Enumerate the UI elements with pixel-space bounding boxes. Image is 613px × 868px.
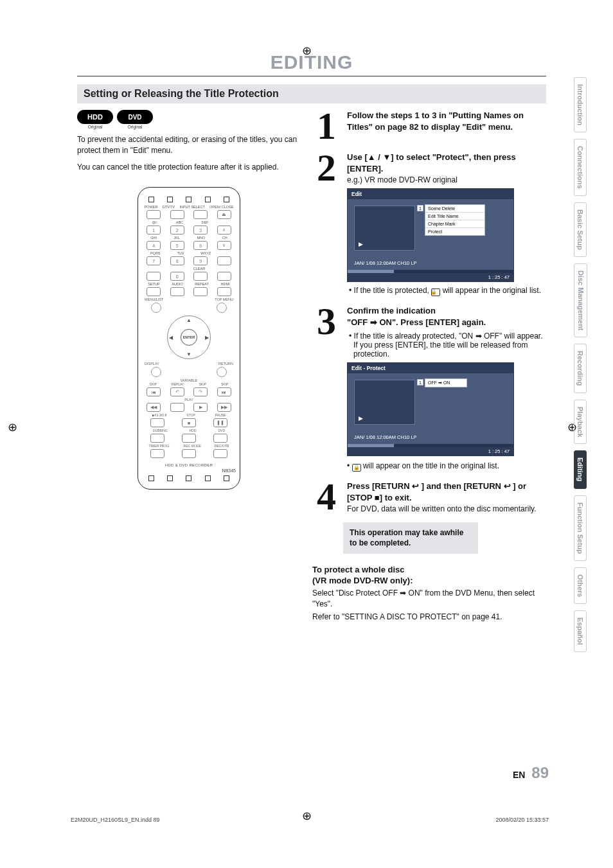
osd-elapsed-time: 1 : 25 : 47 [488, 274, 510, 280]
osd-progress-bar [348, 270, 513, 273]
remote-dvd-lbl: DVD [218, 429, 225, 432]
osd-preview-thumbnail: ▶ [354, 206, 415, 251]
page-number-value: 89 [531, 764, 549, 781]
tab-espanol[interactable]: Español [574, 610, 587, 652]
remote-label-dtvtv: DTV/TV [163, 205, 175, 209]
intro-paragraph-2: You can cancel the title protection feat… [77, 162, 301, 173]
remote-left-arrow-icon: ◀ [169, 335, 173, 341]
remote-hdmi: HDMI [221, 282, 230, 286]
tab-others[interactable]: Others [574, 567, 587, 604]
remote-pause-label: PAUSE [215, 413, 226, 417]
dvd-badge: DVD [117, 110, 153, 124]
step3-bullet2: • 🔒 will appear on the title in the orig… [347, 461, 546, 472]
osd-edit-screen: Edit ▶ 1 Scene Delete Edit Title Name Ch… [347, 188, 514, 282]
step-number-3: 3 [312, 305, 341, 472]
whole-disc-p2: Refer to "SETTING A DISC TO PROTECT" on … [312, 612, 546, 623]
protect-lock-icon-2: 🔒 [352, 464, 361, 472]
remote-ghi-2: JKL [174, 236, 180, 240]
remote-replay: REPLAY [172, 382, 184, 386]
remote-recmode: REC MODE [184, 444, 201, 448]
remote-play-label: PLAY [142, 398, 236, 402]
remote-ghi-3: MNO [197, 236, 205, 240]
remote-ghi-1: GHI [150, 236, 157, 240]
tab-disc-management[interactable]: Disc Management [574, 263, 587, 338]
remote-skip-l: SKIP [150, 382, 157, 386]
step2-sub: e.g.) VR mode DVD-RW original [347, 175, 546, 184]
remote-down-arrow-icon: ▼ [186, 351, 191, 357]
hdd-badge-sublabel: Original [77, 125, 113, 129]
remote-dubbing: DUBBING [153, 429, 168, 432]
remote-audio: AUDIO [172, 282, 182, 286]
remote-return: RETURN [218, 362, 233, 366]
tab-basic-setup[interactable]: Basic Setup [574, 202, 587, 257]
remote-fwd-icon: ▶▶ [217, 403, 231, 412]
remote-hdd-lbl: HDD [190, 429, 197, 432]
remote-num-1: 1 [147, 226, 161, 235]
remote-num-2: 2 [170, 226, 184, 235]
remote-model: NB345 [142, 468, 236, 473]
remote-num-8: 8 [170, 256, 184, 265]
osd-preview-thumbnail-2: ▶ [354, 380, 415, 425]
osd-elapsed-time-2: 1 : 25 : 47 [488, 448, 510, 454]
remote-pqrs-3: WXYZ [200, 251, 211, 255]
remote-next-icon: ⏭ [217, 387, 231, 396]
remote-label-open: OPEN/ CLOSE [209, 205, 233, 209]
whole-disc-head1: To protect a whole disc [312, 564, 546, 576]
play-icon-2: ▶ [359, 415, 363, 421]
osd-status-line-2: JAN/ 1/08 12:00AM CH10 LP [354, 434, 417, 440]
osd-menu-edit-title: Edit Title Name [425, 212, 484, 220]
page-number-en: EN [513, 770, 525, 780]
remote-return-button [217, 367, 227, 377]
step3-bullet1: If the title is already protected, "ON ➡… [347, 332, 546, 359]
remote-num-7: 7 [147, 256, 161, 265]
remote-repeat: REPEAT [195, 282, 209, 286]
step2-lead: Use [▲ / ▼] to select "Protect", then pr… [347, 152, 546, 174]
remote-topmenu: TOP MENU [215, 297, 233, 301]
remote-ch-dn: ∨ [217, 241, 231, 250]
remote-footer: HDD & DVD RECORDER [142, 463, 236, 467]
remote-play-icon: ▶ [193, 403, 208, 412]
remote-abc-3: DEF [201, 220, 208, 224]
osd-protect-screen: Edit - Protect ▶ 1 OFF ➡ ON JAN/ 1/08 12… [347, 362, 514, 456]
remote-stop-label: STOP [186, 413, 195, 417]
remote-up-arrow-icon: ▲ [186, 317, 191, 323]
remote-ch-up: ∧ [217, 226, 231, 235]
step4-sub: For DVD, data will be written onto the d… [347, 504, 546, 513]
osd-progress-bar-2 [348, 444, 513, 447]
step-number-1: 1 [312, 110, 341, 143]
step2-bullet: If the title is protected, 🔒 will appear… [347, 286, 546, 296]
tab-recording[interactable]: Recording [574, 344, 587, 393]
remote-skip-r: SKIP [221, 382, 228, 386]
remote-pqrs-2: TUV [177, 251, 184, 255]
note-box: This operation may take awhile to be com… [343, 522, 478, 553]
tab-function-setup[interactable]: Function Setup [574, 495, 587, 561]
tab-connections[interactable]: Connections [574, 139, 587, 196]
protect-lock-icon: 🔒 [431, 288, 440, 296]
remote-display: DISPLAY [145, 362, 159, 366]
tab-editing[interactable]: Editing [574, 450, 587, 488]
osd-menu-scene-delete: Scene Delete [425, 205, 484, 212]
osd-protect-title: Edit - Protect [348, 363, 513, 373]
whole-disc-head2: (VR mode DVD-RW only): [312, 575, 546, 587]
remote-stop-icon: ■ [182, 418, 196, 427]
page-number: EN 89 [513, 764, 549, 782]
print-crop-mark-bottom-icon: ⊕ [302, 809, 312, 823]
tab-playback[interactable]: Playback [574, 400, 587, 445]
step4-lead: Press [RETURN ↩ ] and then [RETURN ↩ ] o… [347, 481, 546, 503]
tab-introduction[interactable]: Introduction [574, 77, 587, 132]
remote-control-illustration: POWER DTV/TV INPUT SELECT OPEN/ CLOSE ⏏ … [138, 187, 240, 490]
remote-pqrs-1: PQRS [150, 251, 161, 255]
step3-lead1: Confirm the indication [347, 305, 546, 317]
osd-edit-menu: Scene Delete Edit Title Name Chapter Mar… [425, 204, 485, 236]
remote-speed: ▶X1.3/0.8 [152, 413, 167, 417]
divider [77, 76, 546, 76]
whole-disc-p1: Select "Disc Protect OFF ➡ ON" from the … [312, 588, 546, 610]
remote-num-9: 9 [193, 256, 208, 265]
remote-nav-ring: ▲ ▼ ◀ ▶ ENTER [167, 315, 211, 359]
remote-display-button [151, 367, 161, 377]
footer-timestamp: 2008/02/20 15:33:57 [495, 817, 549, 823]
remote-rev-icon: ◀◀ [147, 403, 161, 412]
play-icon: ▶ [359, 241, 363, 247]
step3-bullet2-text: will appear on the title in the original… [363, 461, 499, 470]
remote-menulist: MENU/LIST [145, 297, 163, 301]
